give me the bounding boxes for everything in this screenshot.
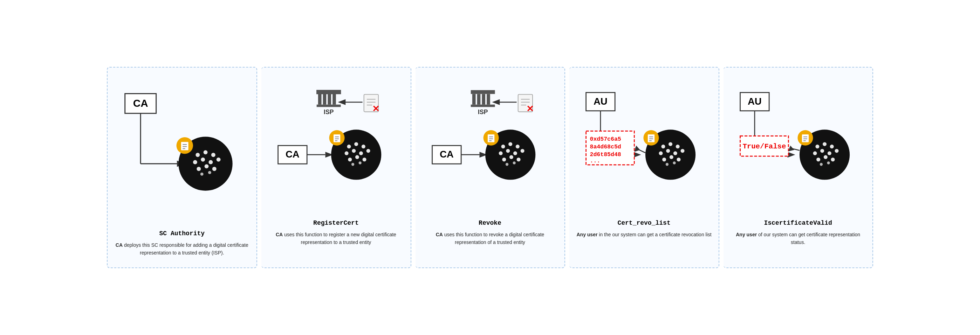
svg-point-89 — [517, 158, 520, 162]
svg-text:8a4d68c5d: 8a4d68c5d — [590, 144, 621, 151]
svg-point-48 — [359, 152, 363, 156]
svg-rect-25 — [323, 94, 326, 105]
svg-text:CA: CA — [286, 149, 299, 160]
svg-point-119 — [666, 163, 668, 166]
svg-text:0xd57c6a5: 0xd57c6a5 — [590, 136, 621, 143]
cert-revo-list-desc: Any user in the our system can get a cer… — [576, 231, 711, 238]
svg-text:AU: AU — [748, 96, 762, 107]
diagram-revoke: ISP CA — [423, 78, 558, 213]
svg-point-139 — [813, 152, 817, 156]
svg-point-52 — [363, 158, 366, 162]
is-cert-valid-title: IscertificateValid — [764, 219, 832, 227]
card-is-cert-valid: AU True/False — [724, 67, 873, 268]
svg-point-147 — [827, 162, 830, 165]
svg-point-120 — [673, 162, 676, 165]
svg-point-6 — [196, 153, 200, 157]
register-cert-desc: CA uses this function to register a new … — [268, 231, 404, 246]
svg-marker-31 — [338, 99, 345, 105]
revoke-svg: ISP CA — [423, 78, 558, 213]
svg-point-81 — [508, 143, 512, 146]
svg-text:CA: CA — [440, 149, 454, 160]
svg-rect-65 — [471, 105, 495, 107]
svg-point-13 — [197, 167, 201, 171]
svg-point-141 — [827, 152, 832, 156]
diagram-is-cert-valid: AU True/False — [730, 78, 866, 213]
svg-rect-61 — [472, 94, 476, 105]
svg-point-87 — [502, 158, 506, 162]
card-register-cert: ISP CA — [261, 67, 411, 268]
sc-authority-svg: CA — [115, 78, 250, 223]
svg-point-17 — [208, 171, 211, 174]
svg-point-138 — [830, 145, 834, 149]
revoke-desc: CA uses this function to revoke a digita… — [423, 231, 558, 246]
svg-text:CA: CA — [133, 97, 148, 109]
svg-point-113 — [666, 149, 670, 153]
svg-point-88 — [509, 156, 513, 159]
svg-rect-24 — [318, 94, 321, 105]
svg-point-44 — [354, 143, 358, 146]
svg-rect-64 — [487, 94, 490, 105]
register-cert-svg: ISP CA — [268, 78, 404, 213]
diagram-register-cert: ISP CA — [268, 78, 404, 213]
cert-revo-list-title: Cert_revo_list — [617, 219, 670, 227]
svg-point-84 — [506, 149, 510, 153]
svg-point-50 — [348, 158, 352, 162]
svg-point-142 — [835, 149, 838, 153]
svg-point-143 — [816, 158, 820, 162]
svg-point-7 — [203, 151, 207, 155]
svg-point-45 — [361, 145, 366, 149]
svg-point-16 — [200, 173, 203, 176]
svg-point-144 — [824, 156, 827, 159]
card-sc-authority: CA — [107, 67, 258, 268]
svg-rect-28 — [317, 105, 341, 107]
is-cert-valid-desc: Any user of our system can get certifica… — [730, 231, 866, 246]
svg-point-118 — [677, 158, 681, 162]
cert-revo-list-svg: AU 0xd57c6a5 8a4d68c5d 2d6t85d48 ... — [576, 78, 712, 213]
card-revoke: ISP CA — [415, 67, 565, 268]
svg-point-11 — [208, 160, 213, 165]
svg-point-8 — [211, 153, 215, 157]
svg-point-91 — [512, 162, 515, 165]
svg-rect-62 — [477, 94, 480, 105]
svg-point-10 — [201, 157, 205, 162]
svg-point-111 — [676, 145, 680, 149]
svg-point-51 — [355, 156, 359, 159]
svg-point-114 — [673, 152, 677, 156]
svg-text:True/False: True/False — [743, 143, 786, 151]
svg-point-90 — [506, 163, 508, 166]
svg-point-82 — [515, 145, 519, 149]
svg-point-109 — [662, 145, 665, 149]
svg-rect-27 — [332, 94, 336, 105]
svg-point-83 — [499, 152, 503, 156]
svg-text:ISP: ISP — [477, 109, 488, 116]
svg-point-9 — [193, 160, 197, 165]
svg-point-115 — [681, 149, 685, 153]
svg-point-47 — [352, 149, 356, 153]
svg-point-145 — [831, 158, 835, 162]
svg-point-116 — [662, 158, 666, 162]
svg-point-112 — [659, 152, 663, 156]
svg-point-43 — [347, 145, 351, 149]
svg-point-85 — [513, 152, 517, 156]
svg-text:AU: AU — [593, 96, 608, 107]
svg-rect-26 — [328, 94, 331, 105]
svg-point-12 — [216, 157, 220, 162]
diagram-cert-revo-list: AU 0xd57c6a5 8a4d68c5d 2d6t85d48 ... — [576, 78, 712, 213]
svg-point-117 — [670, 156, 673, 159]
svg-text:ISP: ISP — [324, 109, 334, 116]
svg-point-53 — [352, 163, 354, 166]
svg-point-80 — [501, 145, 505, 149]
svg-marker-68 — [492, 99, 500, 105]
svg-point-146 — [820, 163, 822, 166]
sc-authority-title: SC Authority — [159, 230, 205, 237]
revoke-title: Revoke — [479, 219, 501, 227]
svg-point-49 — [366, 149, 370, 153]
svg-point-137 — [822, 143, 827, 146]
svg-point-110 — [668, 143, 672, 146]
svg-rect-60 — [471, 90, 495, 94]
sc-authority-desc: CA deploys this SC responsible for addin… — [115, 241, 250, 257]
svg-point-86 — [520, 149, 524, 153]
svg-point-54 — [359, 162, 361, 165]
is-cert-valid-svg: AU True/False — [730, 78, 866, 213]
svg-text:2d6t85d48: 2d6t85d48 — [590, 152, 621, 158]
